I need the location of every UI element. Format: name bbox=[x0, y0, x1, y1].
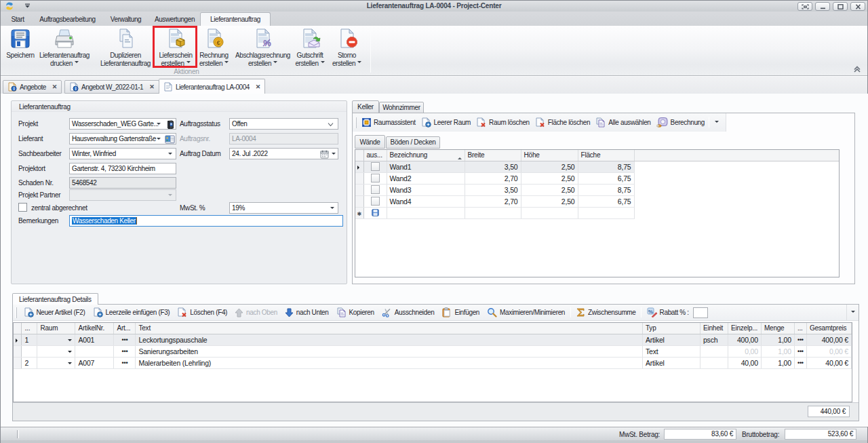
wall-row[interactable]: Wand1 3,50 2,50 8,75 bbox=[355, 161, 839, 172]
minimize-button[interactable] bbox=[815, 2, 830, 11]
close-tab-icon[interactable]: ✕ bbox=[256, 83, 261, 90]
toolbar-button-fläche-löschen[interactable]: Fläche löschen bbox=[532, 117, 593, 128]
zentral-abgerechnet-checkbox[interactable] bbox=[18, 203, 27, 212]
einheit-cell[interactable] bbox=[700, 357, 728, 368]
toolbar-button-kopieren[interactable]: Kopieren bbox=[332, 307, 378, 317]
column-header-aus[interactable]: aus... bbox=[363, 150, 387, 161]
details-tab[interactable]: Lieferantenauftrag Details bbox=[12, 293, 98, 305]
column-header-typ[interactable]: Typ bbox=[642, 323, 700, 334]
art-browse-cell[interactable]: ••• bbox=[114, 334, 136, 345]
typ-cell[interactable]: Artikel bbox=[642, 334, 700, 345]
projektort-field[interactable]: Gartenstr. 4, 73230 Kirchheim bbox=[69, 163, 176, 174]
bezeichnung-cell[interactable]: Wand1 bbox=[387, 161, 465, 172]
typ-cell[interactable]: Artikel bbox=[642, 357, 700, 368]
close-tab-icon[interactable]: ✕ bbox=[52, 83, 58, 90]
dropdown-arrow-icon[interactable] bbox=[68, 339, 72, 343]
nr-cell[interactable] bbox=[22, 345, 37, 357]
rechnung-erstellen-button[interactable]: €Rechnungerstellen bbox=[197, 26, 231, 69]
column-header-art[interactable]: Art... bbox=[114, 323, 136, 334]
text-cell[interactable]: Leckortungspauschale bbox=[136, 334, 643, 345]
bezeichnung-cell[interactable] bbox=[387, 207, 465, 218]
toolbar-button-ausschneiden[interactable]: Ausschneiden bbox=[378, 307, 438, 317]
gutschrift-erstellen-button[interactable]: Gutschrifterstellen bbox=[292, 26, 328, 69]
row-checkbox[interactable] bbox=[371, 162, 380, 171]
wall-row[interactable]: Wand2 2,70 2,50 6,75 bbox=[355, 172, 839, 184]
close-button[interactable] bbox=[850, 2, 865, 11]
duplizieren-lieferantenauftrag-button[interactable]: DuplizierenLieferantenauftrag bbox=[96, 26, 155, 69]
toolbar-button-berechnung[interactable]: Berechnung bbox=[654, 117, 707, 128]
auftrag-datum-field[interactable]: 24. Jul .2022 bbox=[229, 148, 338, 159]
dropdown-arrow-icon[interactable] bbox=[68, 351, 72, 355]
surface-tab-1[interactable]: Böden / Decken bbox=[386, 136, 440, 149]
typ-cell[interactable]: Text bbox=[642, 345, 700, 357]
artikelnr-cell[interactable]: A001 bbox=[75, 334, 114, 345]
toolbar-button-zwischensumme[interactable]: Zwischensumme bbox=[572, 307, 639, 317]
lieferant-combobox[interactable]: Hausverwaltung Gartenstraße bbox=[69, 133, 176, 145]
toolbar-button-neuer-artikel-f2-[interactable]: Neuer Artikel (F2) bbox=[20, 307, 89, 317]
breite-cell[interactable]: 3,50 bbox=[465, 184, 521, 195]
projekt-binder-icon[interactable] bbox=[166, 120, 174, 130]
toolbar-button-leerer-raum[interactable]: Leerer Raum bbox=[418, 117, 474, 128]
document-tab-3[interactable]: Lieferantenauftrag LA-0004✕ bbox=[159, 79, 265, 94]
lieferantenauftrag-drucken-button[interactable]: Lieferantenauftragdrucken bbox=[37, 26, 92, 69]
wall-row[interactable]: Wand4 2,70 2,50 6,75 bbox=[355, 195, 839, 207]
gesamtpreis-cell[interactable]: 400,00 € bbox=[806, 334, 851, 345]
column-header-text[interactable]: Text bbox=[136, 323, 643, 334]
artikelnr-cell[interactable]: A007 bbox=[75, 357, 114, 368]
text-cell[interactable]: Sanierungsarbeiten bbox=[136, 345, 643, 357]
wall-row[interactable]: Wand3 3,50 2,50 8,75 bbox=[355, 184, 839, 195]
menge-cell[interactable]: 1,00 bbox=[761, 357, 794, 368]
new-row[interactable]: ✱ bbox=[355, 207, 839, 218]
column-header-dots[interactable]: ... bbox=[22, 323, 37, 334]
ribbon-tab-verwaltung[interactable]: Verwaltung bbox=[102, 13, 149, 26]
column-header-hoehe[interactable]: Höhe bbox=[521, 150, 578, 161]
flaeche-cell[interactable]: 6,75 bbox=[578, 195, 634, 207]
auftragsstatus-combobox[interactable]: Offen bbox=[229, 118, 338, 130]
flaeche-cell[interactable]: 6,75 bbox=[578, 172, 634, 184]
column-header-einzelpreis[interactable]: Einzelp... bbox=[728, 323, 761, 334]
mwst-combobox[interactable]: 19% bbox=[229, 202, 338, 214]
column-header-artikelnr[interactable]: ArtikelNr. bbox=[75, 323, 114, 334]
toolbar-button-nach-oben[interactable]: nach Oben bbox=[231, 308, 281, 317]
flaeche-cell[interactable] bbox=[578, 207, 634, 218]
menge-browse-cell[interactable]: ••• bbox=[794, 345, 806, 357]
nr-cell[interactable]: 1 bbox=[22, 334, 37, 345]
column-header-breite[interactable]: Breite bbox=[465, 150, 521, 161]
artikelnr-cell[interactable] bbox=[75, 345, 114, 357]
einzelpreis-cell[interactable]: 0,00 bbox=[728, 345, 761, 357]
einzelpreis-cell[interactable]: 400,00 bbox=[728, 334, 761, 345]
flaeche-cell[interactable]: 8,75 bbox=[578, 161, 634, 172]
toolbar-button-leerzeile-einfügen-f3-[interactable]: Leerzeile einfügen (F3) bbox=[89, 307, 174, 317]
fullscreen-button[interactable] bbox=[797, 2, 812, 11]
row-checkbox[interactable] bbox=[371, 174, 380, 182]
toolbar-button-maximieren-minimieren[interactable]: Maximieren/Minimieren bbox=[484, 307, 569, 317]
column-header-gesamtpreis[interactable]: Gesamtpreis bbox=[806, 323, 851, 334]
column-header-bezeichnung[interactable]: Bezeichnung bbox=[387, 150, 465, 161]
breite-cell[interactable] bbox=[465, 207, 521, 218]
select-cell[interactable] bbox=[363, 195, 387, 207]
hoehe-cell[interactable]: 2,50 bbox=[521, 172, 578, 184]
einheit-cell[interactable]: psch bbox=[700, 334, 728, 345]
nr-cell[interactable]: 2 bbox=[22, 357, 37, 368]
bemerkungen-field[interactable]: Wasserschaden Keller bbox=[69, 215, 343, 227]
column-header-raum[interactable]: Raum bbox=[37, 323, 75, 334]
einzelpreis-cell[interactable]: 40,00 bbox=[728, 357, 761, 368]
select-cell[interactable] bbox=[363, 161, 387, 172]
bezeichnung-cell[interactable]: Wand4 bbox=[387, 195, 465, 207]
lieferant-card-icon[interactable] bbox=[165, 135, 175, 145]
raum-cell[interactable] bbox=[37, 345, 75, 357]
toolbar-button-löschen-f4-[interactable]: Löschen (F4) bbox=[174, 307, 231, 317]
article-row[interactable]: ••• Sanierungsarbeiten Text 0,00 1,00 ••… bbox=[14, 345, 852, 357]
surface-tab-0[interactable]: Wände bbox=[355, 135, 385, 149]
projekt-combobox[interactable]: Wasserschaden_WEG Garte... bbox=[69, 118, 176, 130]
document-tab-1[interactable]: iAngebote✕ bbox=[3, 80, 62, 94]
menge-cell[interactable]: 1,00 bbox=[761, 345, 794, 357]
ribbon-tab-auftragsbearbeitung[interactable]: Auftragsbearbeitung bbox=[33, 13, 102, 26]
toolbar-button-einfügen[interactable]: Einfügen bbox=[438, 307, 484, 317]
breite-cell[interactable]: 3,50 bbox=[465, 161, 521, 172]
toolbar-overflow-button[interactable] bbox=[711, 121, 722, 125]
menge-browse-cell[interactable]: ••• bbox=[794, 357, 806, 368]
text-cell[interactable]: Malerarbeiten (Lehrling) bbox=[136, 357, 643, 368]
bezeichnung-cell[interactable]: Wand3 bbox=[387, 184, 465, 195]
hoehe-cell[interactable] bbox=[521, 207, 578, 218]
